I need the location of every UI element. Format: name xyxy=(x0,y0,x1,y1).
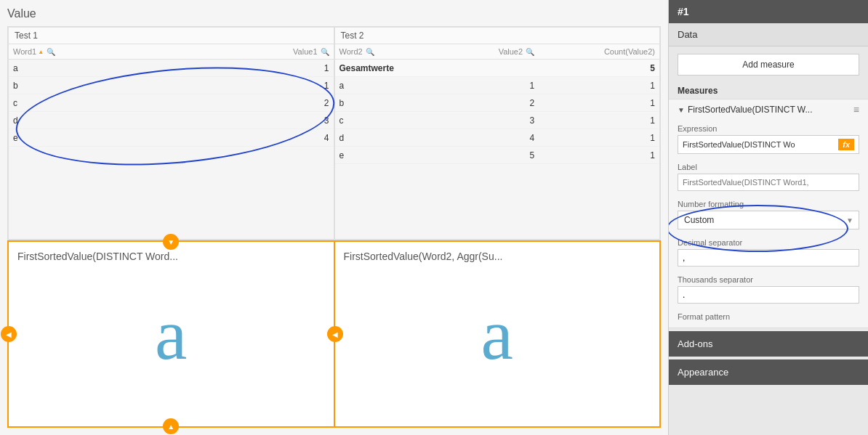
handle-top[interactable]: ▼ xyxy=(163,234,179,250)
expression-input-wrapper: FirstSortedValue(DISTINCT Wo fx xyxy=(678,135,859,154)
handle-right[interactable]: ◀ xyxy=(327,326,343,342)
search-icon[interactable]: 🔍 xyxy=(526,48,534,56)
handle-bottom[interactable]: ▲ xyxy=(163,418,179,434)
viz-container: FirstSortedValue(DISTINCT Word... a ▼ ▲ … xyxy=(7,240,661,428)
sort-arrow-icon[interactable]: ▲ xyxy=(38,49,44,55)
handle-left[interactable]: ◀ xyxy=(1,326,17,342)
col-value2-header: Value2 🔍 xyxy=(455,44,539,59)
decimal-separator-input-wrapper[interactable] xyxy=(678,249,859,267)
decimal-separator-label: Decimal separator xyxy=(678,238,859,247)
col-word2-header: Word2 🔍 xyxy=(335,44,456,59)
decimal-separator-group: Decimal separator xyxy=(669,234,868,271)
number-formatting-group: Number formatting Custom ▼ xyxy=(669,195,868,234)
left-viz-title: FirstSortedValue(DISTINCT Word... xyxy=(17,251,178,262)
label-group: Label xyxy=(669,158,868,195)
label-label: Label xyxy=(678,163,859,171)
expression-value: FirstSortedValue(DISTINCT Wo xyxy=(683,140,838,149)
number-formatting-label: Number formatting xyxy=(678,200,859,208)
gesamtwerte-row: Gesamtwerte 5 xyxy=(335,60,660,77)
table-row: d 3 xyxy=(9,112,334,129)
number-formatting-select[interactable]: Custom xyxy=(678,211,859,229)
left-viz-panel[interactable]: FirstSortedValue(DISTINCT Word... a ▼ ▲ … xyxy=(7,240,335,428)
page-title: Value xyxy=(7,7,661,20)
right-table-panel: Test 2 Word2 🔍 Value2 🔍 Count(Value2) Ge… xyxy=(334,27,661,240)
measure-row: ▼ FirstSortedValue(DISTINCT W... ≡ xyxy=(669,99,868,120)
search-icon[interactable]: 🔍 xyxy=(321,48,329,56)
fx-button[interactable]: fx xyxy=(838,139,854,150)
table-row: c 2 xyxy=(9,94,334,112)
table-row: d 4 1 xyxy=(335,129,660,147)
table-row: b 1 xyxy=(9,77,334,94)
addons-tab[interactable]: Add-ons xyxy=(669,331,868,357)
expression-label: Expression xyxy=(678,124,859,133)
right-table-columns: Word2 🔍 Value2 🔍 Count(Value2) xyxy=(335,44,660,60)
left-table-header: Test 1 xyxy=(9,28,334,44)
measure-menu-icon[interactable]: ≡ xyxy=(853,104,859,115)
table-row: b 2 1 xyxy=(335,94,660,112)
appearance-tab[interactable]: Appearance xyxy=(669,359,868,385)
measures-label: Measures xyxy=(669,83,868,99)
thousands-separator-label: Thousands separator xyxy=(678,275,859,284)
search-icon[interactable]: 🔍 xyxy=(47,48,55,56)
data-section-title: Data xyxy=(669,23,868,46)
col-value1-header: Value1 🔍 xyxy=(222,44,334,59)
expression-group: Expression FirstSortedValue(DISTINCT Wo … xyxy=(669,120,868,158)
col-word1-header: Word1 ▲ 🔍 xyxy=(9,44,222,59)
right-panel: #1 Data Add measure Measures ▼ FirstSort… xyxy=(668,0,868,435)
tables-container: Test 1 Word1 ▲ 🔍 Value1 🔍 a 1 b 1 xyxy=(7,26,661,240)
left-viz-value: a xyxy=(155,293,187,376)
right-table-header: Test 2 xyxy=(335,28,660,44)
right-viz-value: a xyxy=(481,293,513,376)
format-pattern-label: Format pattern xyxy=(678,312,859,321)
left-table-columns: Word1 ▲ 🔍 Value1 🔍 xyxy=(9,44,334,60)
right-viz-title: FirstSortedValue(Word2, Aggr(Su... xyxy=(344,251,503,262)
table-row: a 1 1 xyxy=(335,77,660,94)
thousands-separator-input-wrapper[interactable] xyxy=(678,286,859,304)
add-measure-button[interactable]: Add measure xyxy=(678,54,859,76)
table-row: a 1 xyxy=(9,60,334,77)
label-input[interactable] xyxy=(683,178,854,187)
left-table-panel: Test 1 Word1 ▲ 🔍 Value1 🔍 a 1 b 1 xyxy=(8,27,334,240)
label-input-wrapper[interactable] xyxy=(678,174,859,191)
measure-name: FirstSortedValue(DISTINCT W... xyxy=(688,105,851,115)
measure-item: ▼ FirstSortedValue(DISTINCT W... ≡ Expre… xyxy=(669,99,868,328)
col-count-header: Count(Value2) xyxy=(539,44,659,59)
number-formatting-wrapper: Custom ▼ xyxy=(678,211,859,229)
decimal-separator-input[interactable] xyxy=(683,253,854,263)
thousands-separator-group: Thousands separator xyxy=(669,271,868,308)
thousands-separator-input[interactable] xyxy=(683,290,854,300)
search-icon[interactable]: 🔍 xyxy=(366,48,374,56)
table-row: c 3 1 xyxy=(335,112,660,129)
expand-icon[interactable]: ▼ xyxy=(678,106,685,114)
right-viz-panel[interactable]: FirstSortedValue(Word2, Aggr(Su... a ◀ xyxy=(335,240,662,428)
format-pattern-group: Format pattern xyxy=(669,308,868,328)
table-row: e 5 1 xyxy=(335,147,660,164)
panel-header: #1 xyxy=(669,0,868,23)
table-row: e 4 xyxy=(9,129,334,147)
